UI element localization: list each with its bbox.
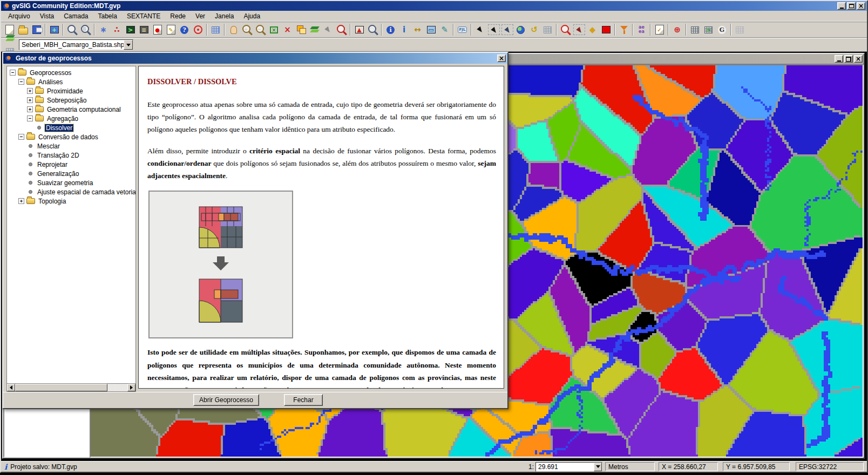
scroll-right-arrow[interactable] [127,384,135,391]
menu-item-ajuda[interactable]: Ajuda [239,11,265,21]
view-close-button[interactable]: × [854,55,863,63]
zoom-previous-icon[interactable] [294,23,308,36]
table-settings-icon[interactable] [209,23,222,36]
open-project-icon[interactable] [16,23,30,36]
collapse-toggle-icon[interactable]: − [18,79,24,85]
expand-toggle-icon[interactable]: + [27,97,33,103]
tree-horizontal-scrollbar[interactable] [7,383,135,391]
title-bar[interactable]: gvSIG Community Edition:MDT.gvp × [1,1,867,11]
scroll-thumb[interactable] [15,384,107,391]
zoom-in-icon[interactable]: + [240,23,254,36]
point-info-icon[interactable]: i [397,23,411,36]
tree-item-geometria-computacional[interactable]: +Geometria computacional [7,105,135,114]
arrow-tool-icon[interactable] [321,23,335,36]
dialog-close-button[interactable]: × [497,55,506,62]
catalog-panel-icon[interactable] [541,23,554,36]
georef-grid-icon[interactable] [688,23,702,36]
menu-item-rede[interactable]: Rede [165,11,191,21]
tree-item-convers-o-de-dados[interactable]: −Conversão de dados [7,132,135,141]
dialog-titlebar[interactable]: Gestor de geoprocessos × [3,53,507,64]
sextante-history-icon[interactable]: ≡ [137,23,151,36]
expand-toggle-icon[interactable]: + [27,88,33,94]
tree-item-reprojetar[interactable]: Reprojetar [7,160,135,169]
sextante-models-icon[interactable]: ∴ [110,23,124,36]
pan-icon[interactable] [227,23,240,36]
tree-item-an-lises[interactable]: −Análises [7,77,135,86]
edit-attributes-icon[interactable]: ✓ [653,23,666,36]
scale-select[interactable]: 29.691 [535,462,602,472]
locator-icon[interactable] [65,23,79,36]
thumbnail-map-icon[interactable]: ▲ [352,23,366,36]
tree-item-generaliza-o[interactable]: Generalização [7,169,135,178]
select-polygon-icon[interactable] [500,23,514,36]
callout-icon[interactable]: FJL [456,23,469,36]
collapse-toggle-icon[interactable]: − [27,116,33,121]
tile-window-icon[interactable] [733,23,747,36]
geoprocessing-icon[interactable]: G [715,23,729,36]
menu-item-sextante[interactable]: SEXTANTE [122,11,165,21]
refresh-icon[interactable]: ↺ [527,23,541,36]
tree-item-topologia[interactable]: +Topologia [7,196,135,206]
tree-item-mesclar[interactable]: Mesclar [7,141,135,151]
tree-item-ajuste-espacial-de-camada-vetorial[interactable]: Ajuste espacial de camada vetorial [7,187,135,196]
select-point-icon[interactable] [473,23,487,36]
gazetteer-icon[interactable]: ◆ [586,23,599,36]
centroid-icon[interactable]: ⊕ [670,23,684,36]
zoom-cursor-icon[interactable] [559,23,572,36]
tree-item-transla-o-2d[interactable]: Translação 2D [7,151,135,160]
open-geoprocess-button[interactable]: Abrir Geoprocesso [193,394,259,406]
menu-item-tabela[interactable]: Tabela [93,11,122,21]
georef-vector-icon[interactable]: > [702,23,715,36]
tree-item-proximidade[interactable]: +Proximidade [7,86,135,96]
measure-distance-icon[interactable]: ↔ [411,23,424,36]
toc-layers-icon[interactable] [3,32,17,45]
menu-item-janela[interactable]: Janela [210,11,239,21]
zoom-selection-icon[interactable]: × [267,23,281,36]
add-layer-icon[interactable]: + [48,23,61,36]
zoom-full-extent-icon[interactable]: × [281,23,294,36]
menu-item-camada[interactable]: Camada [59,11,93,21]
tree-item-suavizar-geometria[interactable]: Suavizar geometria [7,178,135,187]
globe-icon[interactable] [514,23,527,36]
sextante-help-icon[interactable]: ? [178,23,191,36]
select-rectangle-icon[interactable] [487,23,500,36]
view-minimize-button[interactable] [835,55,843,63]
maximize-button[interactable] [847,2,856,10]
info-icon[interactable]: i [384,23,397,36]
sextante-results-icon[interactable]: ● [151,23,164,36]
zoom-out-icon[interactable]: − [254,23,267,36]
annotation-ae-icon[interactable]: ae ea [635,23,648,36]
zoom-manager-icon[interactable] [335,23,348,36]
tree-item-sobreposi-o[interactable]: +Sobreposição [7,96,135,105]
tree-item-geoprocessos[interactable]: −Geoprocessos [7,68,135,77]
zoom-layer-icon[interactable] [308,23,321,36]
save-project-icon[interactable] [30,23,43,36]
close-button[interactable]: × [857,2,865,10]
select-by-shape-icon[interactable] [572,23,586,36]
minimize-button[interactable] [837,2,846,10]
measure-area-icon[interactable]: ▭ [424,23,438,36]
sextante-toolbox-icon[interactable]: ∗ [97,23,110,36]
chevron-down-icon[interactable] [124,40,133,50]
scroll-left-arrow[interactable] [7,384,15,391]
color-square-icon[interactable] [599,23,613,36]
collapse-toggle-icon[interactable]: − [18,134,24,140]
sextante-console-icon[interactable]: > [124,23,137,36]
sextante-target-icon[interactable] [191,23,205,36]
browser-icon[interactable]: B [79,23,92,36]
collapse-toggle-icon[interactable]: − [10,70,16,76]
scale-chevron-down-icon[interactable] [594,463,602,471]
menu-item-arquivo[interactable]: Arquivo [3,11,35,21]
close-dialog-button[interactable]: Fechar [284,394,323,406]
menu-item-vista[interactable]: Vista [35,11,59,21]
sextante-notes-icon[interactable]: ✎ [164,23,178,36]
expand-toggle-icon[interactable]: + [27,106,33,112]
menu-item-ver[interactable]: Ver [191,11,210,21]
window-zoom-icon[interactable]: ○ [366,23,379,36]
tree-item-dissolver[interactable]: Dissolver [7,123,135,132]
view-restore-button[interactable] [844,55,853,63]
layer-select[interactable]: Seberi_MBH_Camargo_Batista.shp [19,39,133,50]
filter-icon[interactable] [617,23,630,36]
hyperlink-quill-icon[interactable]: ✎ [438,23,451,36]
expand-toggle-icon[interactable]: + [18,198,24,204]
